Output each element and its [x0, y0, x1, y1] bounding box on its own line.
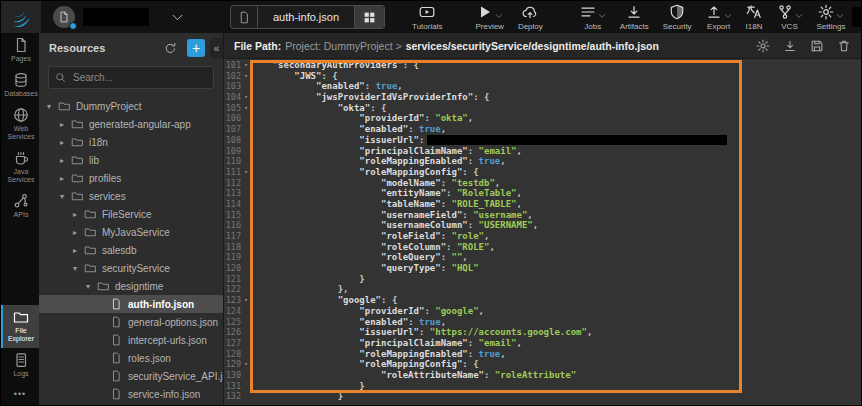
save-icon[interactable]: [810, 39, 824, 53]
tree-item-profiles[interactable]: ▸profiles: [39, 169, 223, 187]
code-line[interactable]: 132}: [224, 391, 861, 402]
toolbar-export-button[interactable]: Export: [706, 4, 732, 31]
fold-caret-icon[interactable]: ▾: [241, 103, 251, 114]
sidebar-item-apis[interactable]: APIs: [1, 189, 39, 224]
add-resource-button[interactable]: +: [187, 39, 205, 57]
code-line[interactable]: 110"roleMappingEnabled": true,: [224, 156, 861, 167]
caret-down-icon[interactable]: ▾: [86, 282, 97, 291]
tree-item-generated-angular-app[interactable]: ▸generated-angular-app: [39, 115, 223, 133]
code-line[interactable]: 119"roleQuery": "",: [224, 252, 861, 263]
code-line[interactable]: 130"roleAttributeName": "roleAttribute": [224, 370, 861, 381]
caret-right-icon[interactable]: ▸: [60, 174, 71, 183]
trash-icon[interactable]: [837, 39, 851, 53]
code-line[interactable]: 106"providerId": "okta",: [224, 113, 861, 124]
code-line[interactable]: 129▾"roleMappingConfig": {: [224, 359, 861, 370]
chevron-down-icon[interactable]: [171, 11, 184, 24]
code-line[interactable]: 125"enabled": true,: [224, 317, 861, 328]
tree-item-i18n[interactable]: ▸i18n: [39, 133, 223, 151]
wavemaker-logo[interactable]: [1, 1, 41, 33]
code-line[interactable]: 127"principalClaimName": "email",: [224, 338, 861, 349]
tree-item-salesdb[interactable]: ▸salesdb: [39, 241, 223, 259]
code-line[interactable]: 128"roleMappingEnabled": true,: [224, 349, 861, 360]
code-line[interactable]: 120"queryType": "HQL": [224, 263, 861, 274]
sidebar-item-file-explorer[interactable]: File Explorer: [1, 305, 39, 348]
tree-item-dummyproject[interactable]: ▾DummyProject: [39, 97, 223, 115]
tree-item-securityservice[interactable]: ▾securityService: [39, 259, 223, 277]
tree-item-myjavaservice[interactable]: ▸MyJavaService: [39, 223, 223, 241]
code-line[interactable]: 126"issuerUrl": "https://accounts.google…: [224, 327, 861, 338]
chevron-down-icon[interactable]: [598, 12, 606, 20]
code-line[interactable]: 116"usernameColumn": "USERNAME",: [224, 220, 861, 231]
code-line[interactable]: 123▾"google": {: [224, 295, 861, 306]
tree-item-roles-json[interactable]: roles.json: [39, 349, 223, 367]
caret-right-icon[interactable]: ▸: [60, 156, 71, 165]
project-switcher[interactable]: [53, 6, 184, 28]
caret-right-icon[interactable]: ▸: [73, 246, 84, 255]
tree-item-services[interactable]: ▾services: [39, 187, 223, 205]
tree-item-general-options-json[interactable]: general-options.json: [39, 313, 223, 331]
sidebar-item-java-services[interactable]: Java Services: [1, 146, 39, 189]
code-line[interactable]: 112"modelName": "testdb",: [224, 178, 861, 189]
toolbar-deploy-button[interactable]: Deploy: [518, 4, 543, 31]
caret-right-icon[interactable]: ▸: [73, 228, 84, 237]
toolbar-preview-button[interactable]: Preview: [475, 4, 503, 31]
toolbar-settings-button[interactable]: Settings: [817, 4, 846, 31]
refresh-icon[interactable]: [164, 42, 177, 55]
code-line[interactable]: 108"issuerUrl":: [224, 135, 861, 146]
caret-down-icon[interactable]: ▾: [73, 264, 84, 273]
tree-item-lib[interactable]: ▸lib: [39, 151, 223, 169]
tree-item-designtime[interactable]: ▾designtime: [39, 277, 223, 295]
code-line[interactable]: 121}: [224, 274, 861, 285]
sidebar-item-pages[interactable]: Pages: [1, 33, 39, 68]
chevron-down-icon[interactable]: [795, 12, 803, 20]
fold-caret-icon[interactable]: ▾: [241, 60, 251, 71]
toolbar-i18n-button[interactable]: I18N: [746, 4, 763, 31]
sidebar-more-button[interactable]: •••: [1, 383, 39, 406]
code-editor[interactable]: 101▾"secondaryAuthProviders": {102▾"JWS"…: [224, 59, 861, 406]
toolbar-vcs-button[interactable]: VCS: [777, 4, 803, 31]
collapse-panel-button[interactable]: «: [210, 38, 223, 58]
code-line[interactable]: 124"providerId": "google",: [224, 306, 861, 317]
code-line[interactable]: 118"roleColumn": "ROLE",: [224, 242, 861, 253]
caret-down-icon[interactable]: ▾: [47, 102, 58, 111]
code-line[interactable]: 104▾"jwsProviderIdVsProviderInfo": {: [224, 92, 861, 103]
chevron-down-icon[interactable]: [724, 12, 732, 20]
sidebar-item-databases[interactable]: Databases: [1, 68, 39, 103]
chevron-down-icon[interactable]: [495, 12, 503, 20]
code-line[interactable]: 103"enabled": true,: [224, 81, 861, 92]
sidebar-item-web-services[interactable]: Web Services: [1, 103, 39, 146]
code-line[interactable]: 101▾"secondaryAuthProviders": {: [224, 60, 861, 71]
chevron-down-icon[interactable]: [836, 12, 844, 20]
code-line[interactable]: 109"principalClaimName": "email",: [224, 146, 861, 157]
tree-item-securityservice-api-json[interactable]: securityService_API.json: [39, 367, 223, 385]
code-line[interactable]: 111▾"roleMappingConfig": {: [224, 167, 861, 178]
toolbar-tutorials-button[interactable]: Tutorials: [412, 4, 442, 31]
toolbar-artifacts-button[interactable]: Artifacts: [620, 4, 649, 31]
sidebar-item-logs[interactable]: Logs: [1, 348, 39, 383]
code-line[interactable]: 113"entityName": "RoleTable",: [224, 188, 861, 199]
gear-icon[interactable]: [756, 39, 770, 53]
toolbar-jobs-button[interactable]: Jobs: [580, 4, 606, 31]
fold-caret-icon[interactable]: ▾: [241, 71, 251, 82]
fold-caret-icon[interactable]: ▾: [241, 167, 251, 178]
search-input[interactable]: [48, 66, 214, 89]
code-line[interactable]: 131}: [224, 381, 861, 392]
caret-right-icon[interactable]: ▸: [60, 120, 71, 129]
code-line[interactable]: 105▾"okta": {: [224, 103, 861, 114]
toolbar-security-button[interactable]: Security: [663, 4, 692, 31]
code-line[interactable]: 122},: [224, 284, 861, 295]
tree-item-fileservice[interactable]: ▸FileService: [39, 205, 223, 223]
code-line[interactable]: 102▾"JWS": {: [224, 71, 861, 82]
tree-item-intercept-urls-json[interactable]: intercept-urls.json: [39, 331, 223, 349]
code-line[interactable]: 115"usernameField": "username",: [224, 210, 861, 221]
grid-view-button[interactable]: [354, 6, 384, 28]
download-icon[interactable]: [783, 39, 797, 53]
open-file-tab[interactable]: auth-info.json: [230, 5, 385, 29]
tree-item-service-info-json[interactable]: service-info.json: [39, 385, 223, 403]
code-line[interactable]: 114"tableName": "ROLE_TABLE",: [224, 199, 861, 210]
caret-right-icon[interactable]: ▸: [60, 138, 71, 147]
code-line[interactable]: 107"enabled": true,: [224, 124, 861, 135]
fold-caret-icon[interactable]: ▾: [241, 295, 251, 306]
caret-right-icon[interactable]: ▸: [73, 210, 84, 219]
tree-item-auth-info-json[interactable]: auth-info.json: [39, 295, 223, 313]
